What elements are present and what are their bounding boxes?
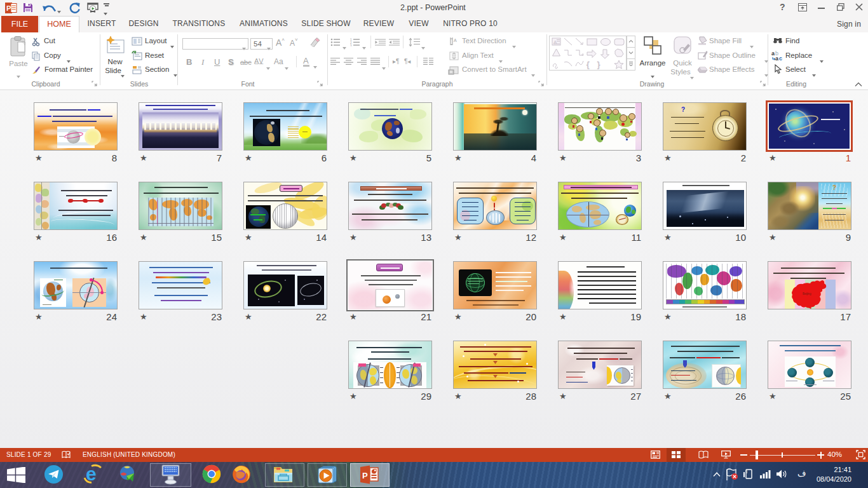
svg-text:}: } [597, 60, 600, 69]
svg-text:A: A [454, 38, 457, 43]
svg-text:Beijing: Beijing [803, 292, 811, 295]
svg-text:ا: ا [747, 470, 748, 474]
svg-text:3: 3 [350, 44, 352, 47]
svg-text:P: P [6, 4, 11, 12]
svg-text:{: { [587, 60, 590, 69]
svg-text:c: c [779, 55, 782, 61]
svg-text:P: P [362, 471, 368, 480]
